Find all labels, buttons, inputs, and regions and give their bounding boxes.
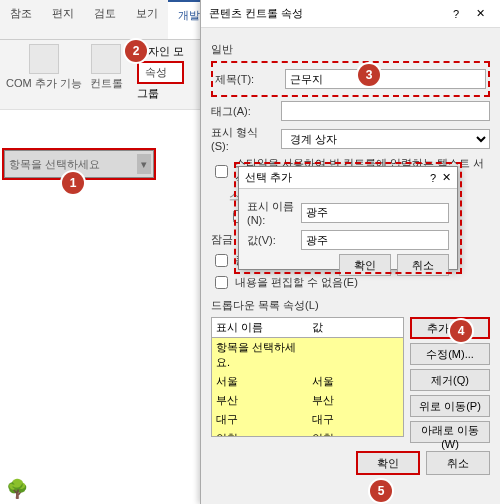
general-section-label: 일반	[211, 42, 490, 57]
add-dialog-title: 선택 추가	[245, 170, 292, 185]
group-button[interactable]: 그룹	[137, 86, 184, 101]
dropdown-placeholder: 항목을 선택하세요	[9, 157, 100, 172]
watermark-icon: 🌳	[6, 478, 28, 500]
list-item: 인천인천	[212, 429, 403, 437]
display-name-label: 표시 이름(N):	[247, 199, 295, 226]
add-cancel-button[interactable]: 취소	[397, 254, 449, 276]
controls-icon[interactable]	[91, 44, 121, 74]
controls-label: 컨트롤	[90, 76, 123, 91]
close-icon[interactable]: ✕	[442, 171, 451, 184]
annotation-badge: 4	[450, 320, 472, 342]
help-icon[interactable]: ?	[430, 172, 436, 184]
cancel-button[interactable]: 취소	[426, 451, 490, 475]
value-input[interactable]	[301, 230, 449, 250]
help-icon[interactable]: ?	[444, 8, 468, 20]
tab-view[interactable]: 보기	[126, 0, 168, 39]
modify-button[interactable]: 수정(M)...	[410, 343, 490, 365]
show-as-select[interactable]: 경계 상자	[281, 129, 490, 149]
title-label: 제목(T):	[215, 72, 279, 87]
list-item: 부산부산	[212, 391, 403, 410]
tab-mailings[interactable]: 편지	[42, 0, 84, 39]
tag-label: 태그(A):	[211, 104, 275, 119]
dialog-title: 콘텐츠 컨트롤 속성	[209, 6, 303, 21]
title-input[interactable]	[285, 69, 486, 89]
close-icon[interactable]: ✕	[468, 7, 492, 20]
list-item: 대구대구	[212, 410, 403, 429]
use-style-checkbox[interactable]	[215, 165, 228, 178]
col-value: 값	[308, 318, 404, 337]
com-addins-icon[interactable]	[29, 44, 59, 74]
annotation-badge: 1	[62, 172, 84, 194]
display-name-input[interactable]	[301, 203, 449, 223]
tab-references[interactable]: 참조	[0, 0, 42, 39]
annotation-badge: 2	[125, 40, 147, 62]
show-as-label: 표시 형식(S):	[211, 125, 275, 152]
col-display-name: 표시 이름	[212, 318, 308, 337]
add-ok-button[interactable]: 확인	[339, 254, 391, 276]
properties-button[interactable]: 속성	[137, 61, 184, 84]
com-addins-label: COM 추가 기능	[6, 76, 82, 91]
no-delete-checkbox[interactable]	[215, 254, 228, 267]
move-up-button[interactable]: 위로 이동(P)	[410, 395, 490, 417]
tag-input[interactable]	[281, 101, 490, 121]
add-choice-dialog: 선택 추가 ? ✕ 표시 이름(N): 값(V): 확인 취소	[238, 166, 458, 270]
dropdown-list-table[interactable]: 표시 이름 값 항목을 선택하세요. 서울서울 부산부산 대구대구 인천인천 경…	[211, 317, 404, 437]
value-label: 값(V):	[247, 233, 295, 248]
annotation-badge: 5	[370, 480, 392, 502]
list-item: 항목을 선택하세요.	[212, 338, 403, 372]
list-section-label: 드롭다운 목록 속성(L)	[211, 298, 490, 313]
move-down-button[interactable]: 아래로 이동(W)	[410, 421, 490, 443]
annotation-badge: 3	[358, 64, 380, 86]
tab-review[interactable]: 검토	[84, 0, 126, 39]
list-item: 서울서울	[212, 372, 403, 391]
chevron-down-icon[interactable]: ▾	[137, 154, 151, 174]
no-edit-checkbox[interactable]	[215, 276, 228, 289]
remove-button[interactable]: 제거(Q)	[410, 369, 490, 391]
ok-button[interactable]: 확인	[356, 451, 420, 475]
